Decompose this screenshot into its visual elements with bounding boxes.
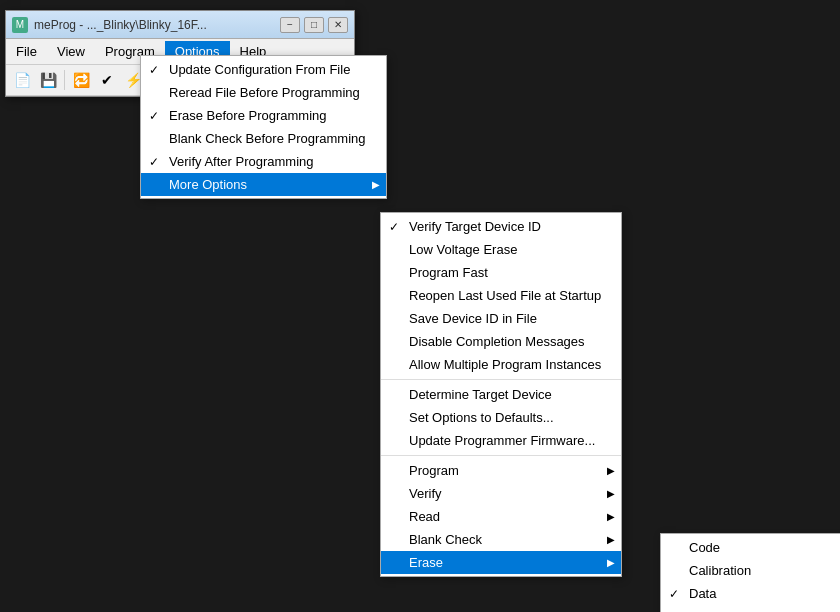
menu-file[interactable]: File — [6, 41, 47, 62]
menu-program-sub[interactable]: Program ▶ — [381, 459, 621, 482]
menu-save-device-id[interactable]: Save Device ID in File — [381, 307, 621, 330]
menu-erase-code[interactable]: Code — [661, 536, 840, 559]
toolbar-verify[interactable]: ✔ — [95, 68, 119, 92]
menu-allow-multiple[interactable]: Allow Multiple Program Instances — [381, 353, 621, 376]
program-arrow: ▶ — [607, 465, 615, 476]
menu-determine-target[interactable]: Determine Target Device — [381, 383, 621, 406]
title-bar: M meProg - ..._Blinky\Blinky_16F... − □ … — [6, 11, 354, 39]
check-update-config: ✓ — [149, 63, 159, 77]
options-menu: ✓ Update Configuration From File Reread … — [140, 55, 387, 199]
menu-erase-before[interactable]: ✓ Erase Before Programming — [141, 104, 386, 127]
menu-reopen-last[interactable]: Reopen Last Used File at Startup — [381, 284, 621, 307]
blank-check-arrow: ▶ — [607, 534, 615, 545]
menu-update-config[interactable]: ✓ Update Configuration From File — [141, 58, 386, 81]
erase-menu: Code Calibration ✓ Data User ID ✓ Config… — [660, 533, 840, 612]
menu-blank-check-sub[interactable]: Blank Check ▶ — [381, 528, 621, 551]
menu-set-options-defaults[interactable]: Set Options to Defaults... — [381, 406, 621, 429]
separator-2 — [381, 455, 621, 456]
check-verify-device-id: ✓ — [389, 220, 399, 234]
menu-erase-sub[interactable]: Erase ▶ — [381, 551, 621, 574]
menu-more-options[interactable]: More Options ▶ — [141, 173, 386, 196]
menu-erase-data[interactable]: ✓ Data — [661, 582, 840, 605]
menu-erase-calibration[interactable]: Calibration — [661, 559, 840, 582]
menu-low-voltage[interactable]: Low Voltage Erase — [381, 238, 621, 261]
menu-blank-check[interactable]: Blank Check Before Programming — [141, 127, 386, 150]
verify-arrow: ▶ — [607, 488, 615, 499]
title-buttons: − □ ✕ — [280, 17, 348, 33]
menu-verify-after[interactable]: ✓ Verify After Programming — [141, 150, 386, 173]
menu-view[interactable]: View — [47, 41, 95, 62]
menu-reread-file[interactable]: Reread File Before Programming — [141, 81, 386, 104]
toolbar-program[interactable]: 🔁 — [69, 68, 93, 92]
menu-program-fast[interactable]: Program Fast — [381, 261, 621, 284]
toolbar-save[interactable]: 💾 — [36, 68, 60, 92]
window-title: meProg - ..._Blinky\Blinky_16F... — [34, 18, 207, 32]
toolbar-new[interactable]: 📄 — [10, 68, 34, 92]
menu-verify-sub[interactable]: Verify ▶ — [381, 482, 621, 505]
toolbar-separator-1 — [64, 70, 65, 90]
more-options-menu: ✓ Verify Target Device ID Low Voltage Er… — [380, 212, 622, 577]
erase-arrow: ▶ — [607, 557, 615, 568]
check-erase-data: ✓ — [669, 587, 679, 601]
menu-disable-completion[interactable]: Disable Completion Messages — [381, 330, 621, 353]
more-options-arrow: ▶ — [372, 179, 380, 190]
check-erase-before: ✓ — [149, 109, 159, 123]
close-button[interactable]: ✕ — [328, 17, 348, 33]
check-verify-after: ✓ — [149, 155, 159, 169]
minimize-button[interactable]: − — [280, 17, 300, 33]
menu-verify-device-id[interactable]: ✓ Verify Target Device ID — [381, 215, 621, 238]
maximize-button[interactable]: □ — [304, 17, 324, 33]
menu-update-programmer-firmware[interactable]: Update Programmer Firmware... — [381, 429, 621, 452]
title-bar-left: M meProg - ..._Blinky\Blinky_16F... — [12, 17, 207, 33]
menu-erase-userid[interactable]: User ID — [661, 605, 840, 612]
read-arrow: ▶ — [607, 511, 615, 522]
separator-1 — [381, 379, 621, 380]
menu-read-sub[interactable]: Read ▶ — [381, 505, 621, 528]
app-icon: M — [12, 17, 28, 33]
